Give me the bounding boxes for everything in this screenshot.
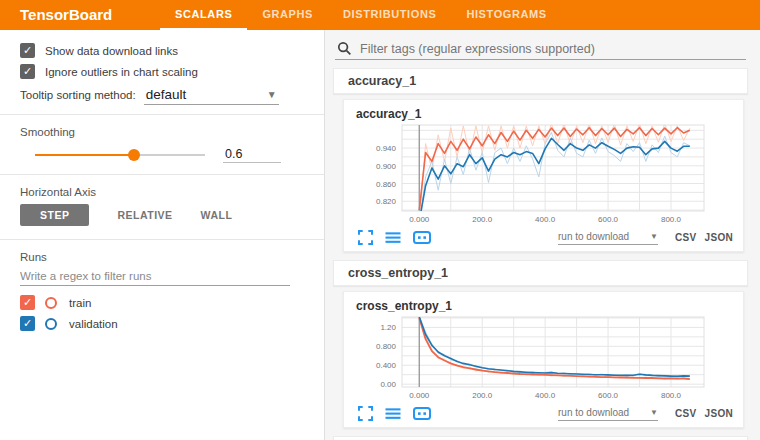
show-download-links-row: ✓ Show data download links	[0, 40, 324, 61]
run-row-train: ✓ train	[0, 292, 324, 313]
main-panel: accuracy_1 accuracy_1 0.000200.0400.0600…	[325, 30, 760, 440]
tab-scalars[interactable]: SCALARS	[160, 0, 247, 30]
accuracy-chart[interactable]: 0.000200.0400.0600.0800.00.8200.8600.900…	[352, 121, 734, 229]
section-final-training-ops[interactable]: final_training_ops	[333, 436, 748, 440]
cross-entropy-chart[interactable]: 0.000200.0400.0600.0800.00.000.4000.8001…	[352, 313, 734, 405]
smoothing-slider[interactable]	[35, 148, 205, 162]
run-to-download-select[interactable]: run to download ▼	[558, 407, 658, 421]
svg-text:1.20: 1.20	[380, 323, 396, 332]
json-link[interactable]: JSON	[705, 408, 733, 419]
chevron-down-icon: ▼	[650, 232, 658, 241]
svg-text:0.860: 0.860	[376, 180, 397, 189]
sidebar: ✓ Show data download links ✓ Ignore outl…	[0, 30, 325, 440]
smoothing-value-input[interactable]	[223, 146, 281, 163]
expand-chart-icon[interactable]	[358, 406, 373, 421]
run-row-validation: ✓ validation	[0, 313, 324, 334]
show-download-links-label: Show data download links	[45, 45, 178, 57]
axis-relative-button[interactable]: RELATIVE	[103, 204, 186, 226]
tooltip-sort-row: Tooltip sorting method: default ▼	[0, 82, 324, 105]
svg-text:800.0: 800.0	[661, 215, 682, 224]
divider	[0, 239, 324, 240]
tag-filter-row	[335, 38, 746, 60]
tooltip-sort-value: default	[146, 87, 187, 102]
accuracy-card-title: accuracy_1	[352, 105, 739, 121]
run-validation-color-swatch[interactable]	[45, 318, 57, 330]
ignore-outliers-checkbox[interactable]: ✓	[20, 64, 35, 79]
ignore-outliers-row: ✓ Ignore outliers in chart scaling	[0, 61, 324, 82]
run-train-checkbox[interactable]: ✓	[20, 295, 35, 310]
run-train-label: train	[69, 297, 91, 309]
expand-chart-icon[interactable]	[358, 230, 373, 245]
tab-histograms[interactable]: HISTOGRAMS	[451, 0, 561, 30]
cross-entropy-card-footer: run to download ▼ CSV JSON	[352, 405, 739, 425]
svg-text:400.0: 400.0	[535, 391, 556, 400]
accuracy-card-footer: run to download ▼ CSV JSON	[352, 229, 739, 249]
section-accuracy[interactable]: accuracy_1	[333, 68, 748, 94]
download-links: CSV JSON	[670, 408, 733, 419]
svg-text:200.0: 200.0	[472, 391, 493, 400]
svg-text:600.0: 600.0	[598, 391, 619, 400]
axis-wall-button[interactable]: WALL	[187, 204, 247, 226]
tab-graphs[interactable]: GRAPHS	[247, 0, 328, 30]
svg-text:0.800: 0.800	[376, 342, 397, 351]
svg-text:200.0: 200.0	[472, 215, 493, 224]
log-scale-icon[interactable]	[385, 406, 401, 421]
horizontal-axis-label: Horizontal Axis	[0, 184, 324, 200]
chevron-down-icon: ▼	[650, 408, 658, 417]
slider-fill	[35, 154, 134, 156]
svg-text:400.0: 400.0	[535, 215, 556, 224]
tooltip-sort-label: Tooltip sorting method:	[20, 89, 136, 101]
run-to-download-label: run to download	[558, 407, 629, 418]
runs-regex-input[interactable]	[20, 267, 290, 286]
app-header: TensorBoard SCALARS GRAPHS DISTRIBUTIONS…	[0, 0, 760, 30]
tab-distributions[interactable]: DISTRIBUTIONS	[328, 0, 451, 30]
chevron-down-icon: ▼	[267, 89, 277, 100]
tag-filter-input[interactable]	[360, 42, 744, 56]
horizontal-axis-options: STEP RELATIVE WALL	[0, 200, 324, 230]
svg-text:0.400: 0.400	[376, 361, 397, 370]
svg-text:0.900: 0.900	[376, 162, 397, 171]
fit-domain-icon[interactable]	[413, 406, 431, 421]
divider	[0, 114, 324, 115]
svg-text:0.000: 0.000	[409, 215, 430, 224]
ignore-outliers-label: Ignore outliers in chart scaling	[45, 66, 198, 78]
svg-text:800.0: 800.0	[661, 391, 682, 400]
svg-text:0.00: 0.00	[380, 380, 396, 389]
app-title: TensorBoard	[0, 0, 160, 30]
json-link[interactable]: JSON	[705, 232, 733, 243]
accuracy-card: accuracy_1 0.000200.0400.0600.0800.00.82…	[343, 99, 744, 252]
runs-label: Runs	[0, 249, 324, 265]
section-cross-entropy[interactable]: cross_entropy_1	[333, 260, 748, 286]
csv-link[interactable]: CSV	[675, 408, 696, 419]
run-validation-checkbox[interactable]: ✓	[20, 316, 35, 331]
search-icon	[337, 41, 352, 56]
tensorboard-app: TensorBoard SCALARS GRAPHS DISTRIBUTIONS…	[0, 0, 760, 440]
tooltip-sort-dropdown[interactable]: default ▼	[144, 87, 279, 105]
show-download-links-checkbox[interactable]: ✓	[20, 43, 35, 58]
svg-text:0.820: 0.820	[376, 197, 397, 206]
svg-text:0.940: 0.940	[376, 144, 397, 153]
tab-bar: SCALARS GRAPHS DISTRIBUTIONS HISTOGRAMS	[160, 0, 562, 30]
run-validation-label: validation	[69, 318, 118, 330]
run-train-color-swatch[interactable]	[45, 297, 57, 309]
smoothing-label: Smoothing	[0, 124, 324, 140]
cross-entropy-card: cross_entropy_1 0.000200.0400.0600.0800.…	[343, 291, 744, 428]
svg-text:0.000: 0.000	[409, 391, 430, 400]
fit-domain-icon[interactable]	[413, 230, 431, 245]
slider-thumb[interactable]	[128, 149, 140, 161]
csv-link[interactable]: CSV	[675, 232, 696, 243]
cross-entropy-card-title: cross_entropy_1	[352, 297, 739, 313]
run-to-download-select[interactable]: run to download ▼	[558, 231, 658, 245]
log-scale-icon[interactable]	[385, 230, 401, 245]
download-links: CSV JSON	[670, 232, 733, 243]
run-to-download-label: run to download	[558, 231, 629, 242]
divider	[0, 174, 324, 175]
axis-step-button[interactable]: STEP	[20, 204, 89, 226]
smoothing-row	[0, 140, 324, 165]
svg-text:600.0: 600.0	[598, 215, 619, 224]
